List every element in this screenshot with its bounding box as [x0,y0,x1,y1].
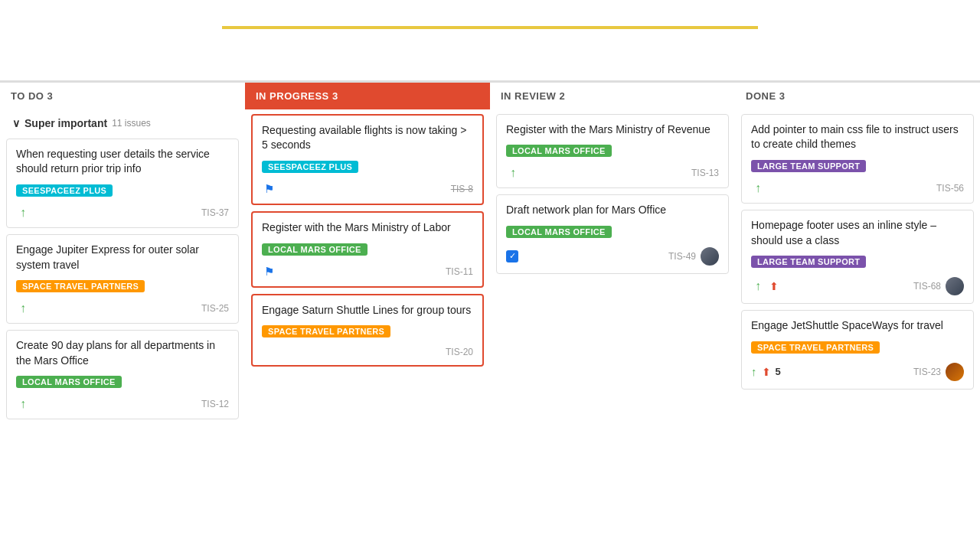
checkbox-icon: ✓ [506,250,518,262]
card[interactable]: Engage Jupiter Express for outer solar s… [6,234,239,324]
card-tag: LARGE TEAM SUPPORT [751,256,866,268]
ticket-id: TIS-12 [201,399,229,409]
card-footer: TIS-20 [262,347,473,357]
ticket-id: TIS-56 [936,183,964,194]
card-footer: ↑ TIS-13 [506,166,719,180]
card-title: Register with the Mars Ministry of Labor [262,220,473,236]
card-footer-left: ↑⬆ [751,279,779,293]
double-arrow-icon: ⬆ [769,280,779,292]
card-footer-right: TIS-68 [913,277,964,295]
card-tag: LOCAL MARS OFFICE [506,145,612,157]
card[interactable]: Register with the Mars Ministry of Labor… [251,211,484,288]
card-footer-right: TIS-23 [913,363,964,381]
arrow-up-icon: ↑ [751,181,765,195]
card-title: Create 90 day plans for all departments … [16,338,229,368]
card[interactable]: When requesting user details the service… [6,139,239,228]
card-footer: ↑ TIS-25 [16,302,229,315]
arrow-up-icon: ↑ [16,302,30,315]
card-tag: SPACE TRAVEL PARTNERS [16,280,145,292]
card-title: When requesting user details the service… [16,147,229,177]
card-footer-right: TIS-20 [446,347,473,357]
group-header: ∨ Super important 11 issues [6,114,239,132]
bookmark-icon: ⚑ [262,265,276,279]
card-footer-left: ↑ [16,397,30,411]
arrow-up-icon: ↑ [16,397,30,411]
card-title: Draft network plan for Mars Office [506,203,719,218]
ticket-id: TIS-37 [201,207,229,218]
double-arrow-icon: ⬆ [762,366,771,378]
card-tag: LOCAL MARS OFFICE [506,226,612,238]
card-title: Engage Saturn Shuttle Lines for group to… [262,303,473,318]
card-footer-right: TIS-8 [451,184,473,194]
card[interactable]: Engage JetShuttle SpaceWays for travelSP… [741,310,974,390]
column-todo: TO DO 3∨ Super important 11 issuesWhen r… [0,80,245,425]
card-title: Requesting available flights is now taki… [262,123,473,153]
ticket-id: TIS-20 [446,347,473,357]
arrow-up-icon: ↑ [751,279,765,293]
card[interactable]: Register with the Mars Ministry of Reven… [496,114,729,189]
card-footer: ↑ TIS-56 [751,181,964,195]
header [0,0,980,71]
card-footer-left: ⚑ [262,182,276,196]
ticket-id: TIS-68 [913,281,941,292]
card[interactable]: Draft network plan for Mars OfficeLOCAL … [496,194,729,274]
ticket-id: TIS-49 [668,251,696,262]
avatar [946,277,964,295]
column-body-in-progress: Requesting available flights is now taki… [245,109,490,371]
card[interactable]: Requesting available flights is now taki… [251,114,484,205]
card-footer-left: ⚑ [262,265,276,279]
card-title: Engage JetShuttle SpaceWays for travel [751,318,964,334]
card-footer: ⚑ TIS-11 [262,265,473,279]
ticket-id: TIS-8 [451,184,473,194]
card-footer: ✓ TIS-49 [506,247,719,266]
arrow-up-icon: ↑ [506,166,520,180]
header-divider [222,26,758,29]
ticket-id: TIS-25 [201,303,229,314]
card-footer-right: TIS-25 [201,303,229,314]
card-tag: LOCAL MARS OFFICE [16,376,122,388]
card-tag: LOCAL MARS OFFICE [262,243,368,256]
card-footer-right: TIS-13 [691,168,719,178]
header-description [31,41,949,64]
ticket-id: TIS-11 [446,266,473,277]
column-header-done: DONE 3 [735,83,980,109]
badge-count: 5 [776,366,781,377]
card[interactable]: Create 90 day plans for all departments … [6,330,239,419]
card[interactable]: Homepage footer uses an inline style – s… [741,210,974,304]
card-footer-left: ↑ [16,206,30,220]
card-footer: ↑ TIS-12 [16,397,229,411]
arrow-up-icon: ↑ [16,206,30,220]
card-footer-right: TIS-37 [201,207,229,218]
card-footer: ↑⬆ TIS-68 [751,277,964,295]
column-header-todo: TO DO 3 [0,83,245,109]
card-footer-left: ↑⬆5 [751,365,781,378]
column-header-in-progress: IN PROGRESS 3 [245,83,490,109]
card-tag: SPACE TRAVEL PARTNERS [751,341,880,354]
card-title: Engage Jupiter Express for outer solar s… [16,243,229,272]
column-in-progress: IN PROGRESS 3Requesting available flight… [245,80,490,425]
card-footer-right: TIS-12 [201,399,229,409]
card-tag: SPACE TRAVEL PARTNERS [262,325,390,337]
card-title: Homepage footer uses an inline style – s… [751,218,964,248]
card-tag: SEESPACEEZ PLUS [16,184,113,197]
ticket-id: TIS-13 [691,168,719,178]
column-done: DONE 3Add pointer to main css file to in… [735,80,980,425]
card[interactable]: Engage Saturn Shuttle Lines for group to… [251,294,484,367]
card-tag: SEESPACEEZ PLUS [262,161,358,173]
card-title: Register with the Mars Ministry of Reven… [506,122,719,138]
column-header-in-review: IN REVIEW 2 [490,83,735,109]
card-footer-left: ✓ [506,250,518,262]
avatar [946,363,964,381]
avatar [701,247,719,266]
column-body-todo: ∨ Super important 11 issuesWhen requesti… [0,109,245,425]
card-tag: LARGE TEAM SUPPORT [751,160,866,172]
ticket-id: TIS-23 [913,367,941,377]
card-footer-left: ↑ [506,166,520,180]
card-footer: ⚑ TIS-8 [262,182,473,196]
bookmark-icon: ⚑ [262,182,276,196]
card-footer-right: TIS-56 [936,183,964,194]
column-in-review: IN REVIEW 2Register with the Mars Minist… [490,80,735,425]
card[interactable]: Add pointer to main css file to instruct… [741,114,974,204]
arrow-comment-icon: ↑ [751,365,757,378]
card-footer-right: TIS-11 [446,266,473,277]
